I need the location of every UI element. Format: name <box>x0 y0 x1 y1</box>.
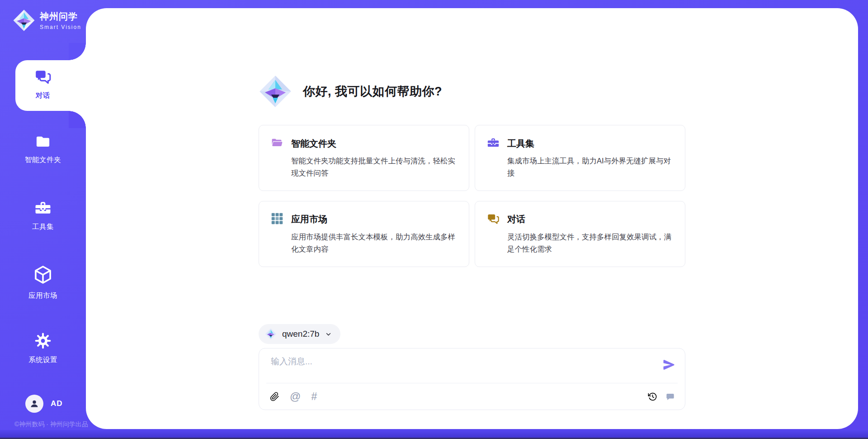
composer: @ # <box>259 348 685 410</box>
card-description: 集成市场上主流工具，助力AI与外界无缝扩展与对接 <box>507 155 673 180</box>
sidebar-item-label: 对话 <box>36 91 50 100</box>
sidebar-item-settings[interactable]: 系统设置 <box>0 332 86 365</box>
avatar <box>25 395 43 413</box>
history-icon <box>648 392 657 401</box>
card-description: 智能文件夹功能支持批量文件上传与清洗，轻松实现文件问答 <box>291 155 457 180</box>
card-title: 应用市场 <box>291 213 327 225</box>
send-button[interactable] <box>662 358 676 373</box>
message-input[interactable] <box>271 356 651 381</box>
composer-actions <box>648 387 675 406</box>
chat-icon <box>487 212 500 227</box>
paperclip-icon <box>270 392 279 401</box>
feature-cards: 智能文件夹 智能文件夹功能支持批量文件上传与清洗，轻松实现文件问答 <box>259 125 685 267</box>
card-title: 对话 <box>507 213 525 225</box>
card-smart-folder[interactable]: 智能文件夹 智能文件夹功能支持批量文件上传与清洗，轻松实现文件问答 <box>259 125 469 191</box>
composer-tools: @ # <box>270 387 317 406</box>
user-account[interactable]: AD <box>25 395 63 413</box>
brand-logo-icon <box>13 9 35 32</box>
composer-divider <box>266 383 678 383</box>
mention-button[interactable]: @ <box>290 391 301 402</box>
folder-icon <box>35 133 51 149</box>
grid-icon <box>271 212 283 227</box>
gem-logo-icon <box>259 75 292 108</box>
folder-open-icon <box>271 136 283 151</box>
main-panel: 你好, 我可以如何帮助你? 智能文件夹 智能文件夹功能支持批量文件 <box>86 8 858 429</box>
sidebar-item-label: 系统设置 <box>28 355 57 365</box>
gem-logo-icon <box>265 328 277 340</box>
card-title: 工具集 <box>507 138 534 150</box>
card-title: 智能文件夹 <box>291 138 336 150</box>
model-name: qwen2:7b <box>282 329 319 339</box>
card-description: 灵活切换多模型文件，支持多样回复效果调试，满足个性化需求 <box>507 231 673 256</box>
card-app-market[interactable]: 应用市场 应用市场提供丰富长文本模板，助力高效生成多样化文章内容 <box>259 201 469 267</box>
sidebar-item-smart-folder[interactable]: 智能文件夹 <box>0 133 86 165</box>
cube-icon <box>33 264 53 285</box>
chat-icon <box>34 68 52 85</box>
sidebar-item-toolset[interactable]: 工具集 <box>0 199 86 232</box>
card-description: 应用市场提供丰富长文本模板，助力高效生成多样化文章内容 <box>291 231 457 256</box>
brand-tagline: Smart Vision <box>40 24 81 30</box>
quick-chat-icon <box>665 392 675 401</box>
sidebar-item-label: 智能文件夹 <box>25 155 61 165</box>
brand-name: 神州问学 <box>40 10 81 23</box>
main-column: 你好, 我可以如何帮助你? 智能文件夹 智能文件夹功能支持批量文件 <box>259 8 685 429</box>
history-button[interactable] <box>648 392 657 401</box>
sidebar-item-label: 应用市场 <box>28 291 57 301</box>
bottom-bar <box>0 430 868 439</box>
greeting-block: 你好, 我可以如何帮助你? <box>259 75 442 108</box>
attach-button[interactable] <box>270 392 279 401</box>
chevron-down-icon <box>325 330 332 338</box>
greeting-text: 你好, 我可以如何帮助你? <box>303 83 442 100</box>
sidebar-item-chat[interactable]: 对话 <box>0 68 86 100</box>
card-toolset[interactable]: 工具集 集成市场上主流工具，助力AI与外界无缝扩展与对接 <box>475 125 685 191</box>
sidebar-item-label: 工具集 <box>32 222 54 232</box>
user-initials: AD <box>51 399 63 408</box>
sidebar-item-app-market[interactable]: 应用市场 <box>0 264 86 301</box>
gear-icon <box>34 332 52 349</box>
copyright-footer: ©神州数码 · 神州问学出品 <box>14 420 88 429</box>
card-chat[interactable]: 对话 灵活切换多模型文件，支持多样回复效果调试，满足个性化需求 <box>475 201 685 267</box>
person-icon <box>29 398 40 409</box>
brand: 神州问学 Smart Vision <box>13 9 81 32</box>
toolbox-icon <box>487 136 500 151</box>
hashtag-button[interactable]: # <box>311 391 317 402</box>
sidebar: 神州问学 Smart Vision 对话 智能文件夹 工具集 <box>0 0 86 430</box>
toolbox-icon <box>34 199 52 216</box>
model-selector[interactable]: qwen2:7b <box>259 324 340 344</box>
send-icon <box>662 358 676 372</box>
quick-chat-button[interactable] <box>665 392 675 401</box>
